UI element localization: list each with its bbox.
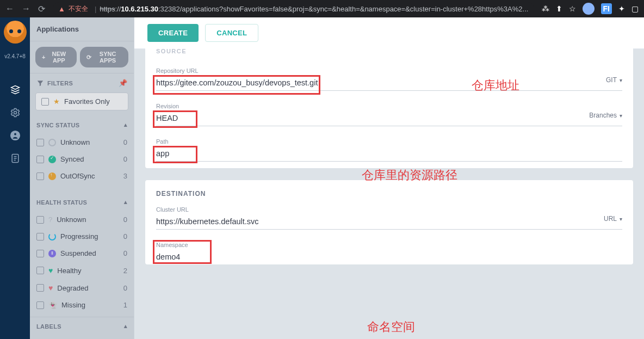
url-bar[interactable]: ▲ 不安全 | https://10.6.215.30:32382/applic… bbox=[53, 2, 534, 15]
filter-health-degraded[interactable]: ♥Degraded0 bbox=[30, 279, 134, 297]
filters-sidebar: Applications +NEW APP ⟳SYNC APPS FILTERS… bbox=[30, 17, 134, 339]
filter-health-missing[interactable]: 👻Missing1 bbox=[30, 297, 134, 313]
destination-panel: DESTINATION Cluster URL URL Namespace bbox=[145, 180, 633, 264]
unknown-health-icon: ? bbox=[48, 215, 52, 224]
unknown-icon bbox=[48, 139, 56, 146]
svg-point-0 bbox=[14, 112, 16, 114]
sync-icon: ⟳ bbox=[86, 54, 91, 61]
translate-icon[interactable]: ⁂ bbox=[542, 4, 549, 13]
repo-url-input[interactable] bbox=[156, 75, 622, 91]
revision-type-dropdown[interactable]: Branches bbox=[589, 112, 622, 119]
filters-header: FILTERS 📌 bbox=[30, 73, 134, 93]
suspended-icon: Ⅱ bbox=[48, 250, 56, 257]
filter-health-suspended[interactable]: ⅡSuspended0 bbox=[30, 245, 134, 262]
new-app-button[interactable]: +NEW APP bbox=[35, 47, 77, 67]
docs-rail-icon[interactable] bbox=[9, 152, 22, 165]
filter-health-unknown[interactable]: ?Unknown0 bbox=[30, 211, 134, 228]
url-text: https://10.6.215.30:32382/applications?s… bbox=[100, 5, 528, 13]
filter-sync-unknown[interactable]: Unknown0 bbox=[30, 134, 134, 151]
filter-health-progressing[interactable]: Progressing0 bbox=[30, 228, 134, 245]
forward-icon[interactable]: → bbox=[22, 4, 30, 14]
warning-icon: ▲ bbox=[58, 5, 65, 13]
filter-health-healthy[interactable]: ♥Healthy2 bbox=[30, 262, 134, 279]
back-icon[interactable]: ← bbox=[5, 4, 14, 14]
star-icon[interactable]: ☆ bbox=[569, 4, 576, 13]
sync-apps-button[interactable]: ⟳SYNC APPS bbox=[80, 47, 128, 67]
funnel-icon bbox=[36, 79, 44, 87]
sync-status-header[interactable]: SYNC STATUS▴ bbox=[30, 116, 134, 134]
broken-heart-icon: ♥ bbox=[48, 283, 53, 292]
path-input[interactable] bbox=[156, 146, 622, 162]
favorites-only-toggle[interactable]: ★ Favorites Only bbox=[35, 93, 128, 110]
browser-address-bar: ← → ⟳ ▲ 不安全 | https://10.6.215.30:32382/… bbox=[0, 0, 644, 17]
argocd-logo bbox=[4, 21, 27, 44]
heart-icon: ♥ bbox=[48, 266, 53, 275]
repo-url-field: Repository URL GIT bbox=[156, 67, 622, 91]
progressing-icon bbox=[48, 233, 56, 241]
anno-namespace: 命名空间 bbox=[367, 319, 415, 335]
synced-icon bbox=[48, 156, 56, 163]
repo-type-dropdown[interactable]: GIT bbox=[606, 76, 622, 84]
revision-input[interactable] bbox=[156, 110, 622, 126]
page-title: Applications bbox=[30, 17, 134, 41]
share-icon[interactable]: ⬆ bbox=[556, 4, 562, 13]
namespace-field: Namespace bbox=[156, 242, 622, 264]
outofsync-icon bbox=[48, 172, 56, 180]
svg-point-2 bbox=[14, 133, 16, 135]
checkbox[interactable] bbox=[41, 98, 49, 106]
apps-rail-icon[interactable] bbox=[9, 83, 22, 96]
extension-fi-icon[interactable]: FI bbox=[601, 3, 612, 14]
source-heading: SOURCE bbox=[156, 48, 622, 54]
ghost-icon: 👻 bbox=[48, 301, 57, 309]
main-content: CREATE CANCEL SOURCE Repository URL GIT … bbox=[134, 17, 644, 339]
version-label: v2.4.7+8 bbox=[4, 53, 26, 59]
left-rail: v2.4.7+8 bbox=[0, 17, 30, 339]
pin-icon[interactable]: 📌 bbox=[119, 79, 127, 87]
labels-header[interactable]: LABELS▴ bbox=[30, 317, 134, 335]
cluster-url-field: Cluster URL URL bbox=[156, 206, 622, 230]
cancel-button[interactable]: CANCEL bbox=[205, 24, 258, 42]
path-field: Path bbox=[156, 138, 622, 162]
panel-topbar: CREATE CANCEL bbox=[134, 17, 644, 49]
cluster-url-input[interactable] bbox=[156, 214, 622, 230]
create-button[interactable]: CREATE bbox=[147, 24, 199, 42]
namespace-input[interactable] bbox=[156, 249, 622, 264]
filter-sync-outofsync[interactable]: OutOfSync3 bbox=[30, 168, 134, 184]
health-status-header[interactable]: HEALTH STATUS▴ bbox=[30, 193, 134, 211]
settings-rail-icon[interactable] bbox=[9, 106, 22, 119]
avatar-icon[interactable] bbox=[583, 3, 595, 15]
extensions-icon[interactable]: ✦ bbox=[618, 4, 625, 13]
insecure-label: 不安全 bbox=[69, 4, 88, 14]
user-rail-icon[interactable] bbox=[9, 129, 22, 142]
destination-heading: DESTINATION bbox=[156, 190, 622, 198]
window-icon[interactable]: ▢ bbox=[631, 4, 639, 13]
filter-sync-synced[interactable]: Synced0 bbox=[30, 151, 134, 168]
star-icon: ★ bbox=[53, 97, 60, 106]
revision-field: Revision Branches bbox=[156, 103, 622, 126]
plus-icon: + bbox=[42, 54, 45, 60]
cluster-type-dropdown[interactable]: URL bbox=[604, 215, 622, 223]
reload-icon[interactable]: ⟳ bbox=[38, 4, 45, 14]
